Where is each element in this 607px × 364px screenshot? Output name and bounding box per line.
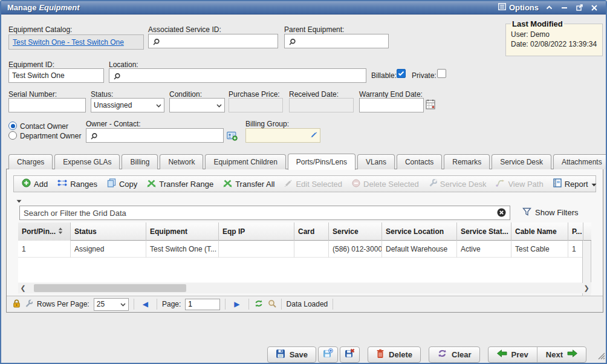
sort-icon — [58, 227, 63, 236]
associated-service-id-input[interactable] — [148, 34, 278, 48]
column-header-status[interactable]: Status — [71, 223, 146, 241]
column-header-service-status[interactable]: Service Stat... — [457, 223, 511, 241]
next-page-icon[interactable]: ▶ — [230, 300, 243, 308]
clear-circle-icon[interactable] — [497, 208, 506, 219]
tab-vlans[interactable]: VLans — [357, 154, 395, 169]
received-date-label: Received Date: — [289, 90, 339, 99]
rows-per-page-select[interactable]: 25 — [94, 298, 129, 311]
table-row[interactable]: 1 Assigned Test Switch One (T... (586) 0… — [18, 241, 591, 258]
report-button[interactable]: Report — [549, 177, 601, 191]
serial-number-input[interactable] — [8, 98, 86, 112]
pager-separator — [134, 299, 134, 310]
next-button[interactable]: Next — [537, 347, 586, 362]
options-button[interactable]: Options — [498, 3, 539, 12]
grid-pager: Rows Per Page: 25 ◀ Page: ▶ Data Loaded — [7, 296, 603, 312]
scroll-left-icon[interactable]: ❮ — [18, 284, 28, 292]
ranges-button[interactable]: Ranges — [53, 177, 102, 191]
page-input[interactable] — [185, 299, 220, 310]
status-label: Status: — [91, 90, 113, 99]
caret-down-icon — [591, 180, 597, 189]
tab-expense-glas[interactable]: Expense GLAs — [54, 154, 120, 169]
tab-remarks[interactable]: Remarks — [444, 154, 490, 169]
service-desk-button: Service Desk — [424, 177, 491, 191]
resize-grip-icon[interactable] — [597, 351, 605, 362]
prev-button[interactable]: Prev — [489, 347, 537, 362]
equipment-id-input[interactable] — [8, 68, 104, 83]
tab-service-desk[interactable]: Service Desk — [492, 154, 551, 169]
save-button[interactable]: Save — [267, 346, 316, 363]
transfer-range-button[interactable]: Transfer Range — [143, 177, 218, 191]
lock-icon[interactable] — [13, 299, 21, 310]
delete-button[interactable]: Delete — [368, 346, 421, 363]
close-icon[interactable] — [591, 5, 597, 11]
cell-equipment: Test Switch One (T... — [146, 241, 219, 258]
purchase-price-input — [229, 98, 283, 112]
tab-billing[interactable]: Billing — [122, 154, 158, 169]
save-and-close-button[interactable] — [340, 346, 360, 363]
title-bar: ManageEquipment Options — [1, 1, 606, 15]
toolbar-overflow-caret[interactable] — [16, 195, 22, 206]
tab-charges[interactable]: Charges — [8, 154, 53, 169]
save-and-new-button[interactable] — [318, 346, 338, 363]
clear-button[interactable]: Clear — [429, 346, 480, 363]
parent-equipment-label: Parent Equipment: — [284, 25, 344, 34]
condition-select[interactable] — [169, 98, 225, 112]
location-input[interactable] — [109, 68, 366, 83]
perspectives-button[interactable]: Perspectives — [602, 177, 607, 191]
add-button[interactable]: Add — [18, 177, 52, 191]
status-select[interactable]: Unassigned — [91, 98, 164, 112]
wrench-icon[interactable] — [25, 299, 33, 310]
add-contact-icon[interactable] — [227, 131, 238, 143]
received-date-input — [289, 98, 354, 112]
horizontal-scrollbar[interactable]: ❮ ❯ — [18, 283, 591, 293]
column-header-eqp-ip[interactable]: Eqp IP — [219, 223, 294, 241]
contact-owner-radio[interactable] — [8, 122, 17, 130]
grid-search-input[interactable] — [19, 206, 510, 220]
owner-contact-input[interactable] — [86, 128, 224, 143]
tab-equipment-children[interactable]: Equipment Children — [205, 154, 285, 169]
calendar-icon[interactable] — [426, 99, 435, 112]
collapse-icon[interactable] — [546, 5, 553, 10]
equipment-catalog-link[interactable]: Test Switch One - Test Switch One — [13, 38, 124, 47]
scroll-right-icon[interactable]: ❯ — [582, 284, 591, 292]
parent-equipment-input[interactable] — [284, 34, 389, 48]
cell-service-location: Default Warehouse — [382, 241, 457, 258]
column-header-service[interactable]: Service — [329, 223, 382, 241]
show-filters-button[interactable]: Show Filters — [522, 207, 579, 218]
column-header-cable-name[interactable]: Cable Name — [511, 223, 568, 241]
tab-attachments[interactable]: Attachments — [553, 154, 607, 169]
zoom-icon[interactable] — [268, 299, 276, 310]
column-header-service-location[interactable]: Service Location — [382, 223, 457, 241]
scrollbar-track[interactable] — [28, 284, 582, 292]
warranty-end-date-input[interactable] — [359, 98, 424, 112]
billable-checkbox[interactable] — [397, 69, 406, 78]
refresh-icon[interactable] — [254, 299, 264, 310]
column-header-equipment[interactable]: Equipment — [146, 223, 219, 241]
cell-service: (586) 012-3000 — [329, 241, 382, 258]
popout-icon[interactable] — [576, 4, 583, 11]
column-header-port-pin[interactable]: Port/Pin... — [18, 223, 71, 241]
pager-separator — [333, 299, 333, 310]
view-path-button: View Path — [492, 177, 547, 191]
department-owner-radio[interactable] — [8, 131, 17, 140]
owner-contact-label: Owner - Contact: — [86, 120, 141, 128]
scrollbar-thumb[interactable] — [34, 284, 186, 292]
tab-network[interactable]: Network — [160, 154, 203, 169]
private-checkbox[interactable] — [437, 69, 446, 78]
manage-equipment-window: ManageEquipment Options Equipment Catalo… — [0, 0, 607, 364]
prev-page-icon[interactable]: ◀ — [139, 300, 152, 308]
minimize-icon[interactable] — [561, 5, 568, 10]
clear-icon — [437, 349, 447, 360]
tab-contacts[interactable]: Contacts — [397, 154, 442, 169]
edit-pencil-icon[interactable] — [310, 131, 317, 140]
tab-ports-pins-lens[interactable]: Ports/Pins/Lens — [288, 154, 355, 170]
column-header-card[interactable]: Card — [294, 223, 329, 241]
service-desk-icon — [429, 179, 437, 189]
cell-card — [294, 241, 329, 258]
transfer-all-button[interactable]: Transfer All — [219, 177, 279, 191]
add-icon — [22, 178, 31, 189]
column-header-p[interactable]: P... — [568, 223, 583, 241]
copy-button[interactable]: Copy — [103, 177, 141, 191]
last-modified-box: Last Modified User: Demo Date: 02/08/202… — [505, 19, 603, 56]
cell-p: 1 — [568, 241, 583, 258]
